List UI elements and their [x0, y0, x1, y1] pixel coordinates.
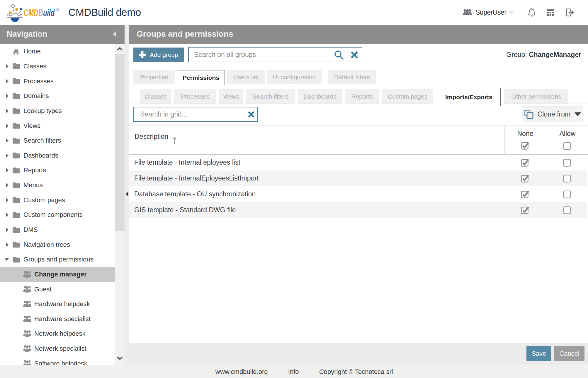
svg-text:CMDBuild: CMDBuild — [24, 7, 55, 18]
svg-text:®: ® — [56, 8, 59, 12]
